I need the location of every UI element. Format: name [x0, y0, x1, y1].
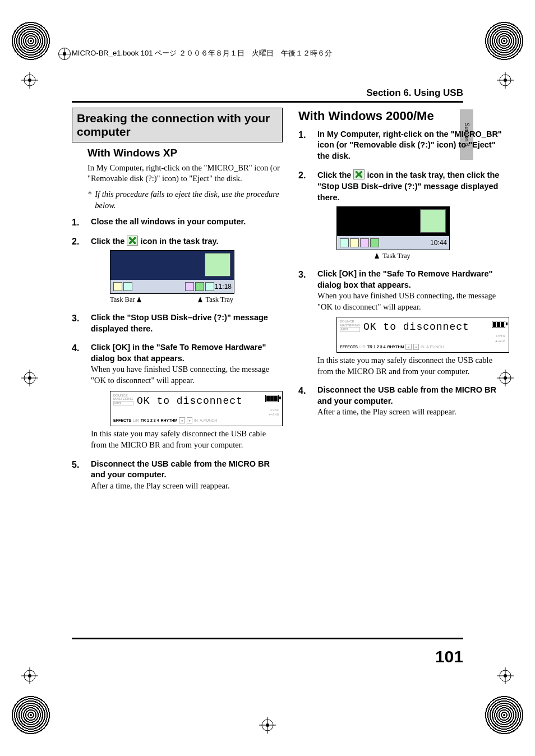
tray-icon — [350, 238, 359, 247]
tray-icon — [113, 282, 122, 291]
figure-label: Task Tray — [375, 251, 410, 261]
registration-mark-icon — [21, 72, 38, 89]
step-5: Disconnect the USB cable from the MICRO … — [72, 459, 283, 492]
step-4-after: In this state you may safely disconnect … — [91, 428, 283, 450]
step-3: Click [OK] in the "Safe To Remove Hardwa… — [298, 269, 509, 377]
svg-point-27 — [266, 723, 269, 727]
lcd-side-labels: BOUNCE MASTERING MP3 — [340, 320, 360, 332]
step-4-bold: Click [OK] in the "Safe To Remove Hardwa… — [91, 343, 266, 363]
left-column: Breaking the connection with your comput… — [72, 108, 283, 499]
lcd-message: OK to disconnect — [112, 393, 280, 408]
step-3-body: When you have finished USB connecting, t… — [317, 291, 496, 311]
taskbar-strip: 10:44 — [337, 236, 449, 250]
note-text: * If this procedure fails to eject the d… — [87, 189, 283, 211]
step-4-body: When you have finished USB connecting, t… — [91, 365, 269, 385]
arrow-up-icon — [198, 297, 202, 302]
right-column: With Windows 2000/Me In My Computer, rig… — [298, 108, 509, 499]
taskbar-strip: 11:18 — [110, 280, 234, 293]
registration-mark-icon — [497, 667, 514, 684]
registration-mark-icon — [259, 717, 276, 734]
section-rule — [72, 101, 463, 103]
lcd-message: OK to disconnect — [339, 319, 507, 334]
svg-point-3 — [28, 79, 31, 82]
enlarged-tray-icon — [420, 209, 446, 233]
heading-windows-2000-me: With Windows 2000/Me — [298, 108, 509, 125]
tray-icon — [123, 282, 132, 291]
battery-icon — [492, 321, 505, 328]
tray-clock: 10:44 — [430, 238, 447, 247]
step-3-after: In this state you may safely disconnect … — [317, 355, 509, 377]
step-4: Click [OK] in the "Safe To Remove Hardwa… — [72, 342, 283, 450]
figure-label-right: Task Tray — [198, 295, 233, 305]
svg-point-7 — [504, 79, 507, 82]
step-5-body: After a time, the Play screen will reapp… — [91, 481, 230, 490]
print-spiral-icon — [485, 695, 524, 735]
step-4-body: After a time, the Play screen will reapp… — [317, 407, 456, 416]
step-1-text: In My Computer, right-click on the "MICR… — [317, 130, 502, 160]
print-spiral-icon — [485, 21, 524, 61]
lcd-bottom-row: EFFECTS L/R TR 1 2 3 4 RHYTHM ●● IN A.PU… — [339, 343, 507, 351]
lcd-ab-label: OVER◂=A=B — [339, 334, 507, 343]
step-2-text-a: Click the — [91, 237, 127, 246]
note-asterisk: * — [87, 189, 91, 211]
step-3-text: Click the "Stop USB Disk–drive (?:)" mes… — [91, 313, 268, 333]
step-1: In My Computer, right-click on the "MICR… — [298, 129, 509, 162]
enlarged-tray-icon — [205, 253, 230, 276]
tray-icon — [370, 238, 379, 247]
tray-clock: 11:18 — [215, 282, 232, 291]
tray-icon — [195, 282, 204, 291]
registration-mark-icon — [21, 667, 38, 684]
step-2-text-b: icon in the task tray. — [141, 237, 219, 246]
note-body: If this procedure fails to eject the dis… — [95, 189, 283, 211]
document-header-strip: MICRO-BR_e1.book 101 ページ ２００６年８月１日 火曜日 午… — [72, 48, 463, 59]
safely-remove-hardware-icon — [353, 169, 365, 179]
step-3-bold: Click [OK] in the "Safe To Remove Hardwa… — [317, 269, 492, 289]
step-4-bold: Disconnect the USB cable from the MICRO … — [317, 385, 496, 405]
print-spiral-icon — [11, 21, 50, 61]
lcd-side-labels: BOUNCE MASTERING MP3 — [113, 394, 133, 406]
tasktray-figure: 10:44 — [336, 206, 450, 250]
lcd-ab-label: OVER◂=A=B — [112, 408, 280, 417]
heading-windows-xp: With Windows XP — [87, 146, 283, 160]
lcd-figure: BOUNCE MASTERING MP3 OK to disconnect OV… — [336, 317, 509, 353]
registration-mark-icon — [21, 370, 38, 386]
step-1: Close the all windows in your computer. — [72, 216, 283, 228]
section-header: Section 6. Using USB — [366, 87, 463, 99]
taskbar-figure: 11:18 — [110, 250, 234, 294]
tray-icon — [205, 282, 214, 291]
svg-point-11 — [28, 674, 31, 677]
step-4: Disconnect the USB cable from the MICRO … — [298, 385, 509, 418]
page-number: 101 — [435, 647, 463, 666]
print-spiral-icon — [11, 695, 50, 735]
step-2: Click the icon in the task tray, then cl… — [298, 169, 509, 261]
lcd-figure: BOUNCE MASTERING MP3 OK to disconnect OV… — [110, 391, 283, 427]
lcd-bottom-row: EFFECTS L/R TR 1 2 3 4 RHYTHM ●● IN A.PU… — [112, 417, 280, 424]
tray-icon — [340, 238, 349, 247]
intro-text: In My Computer, right-click on the "MICR… — [87, 163, 283, 185]
heading-breaking-connection: Breaking the connection with your comput… — [72, 108, 283, 142]
svg-point-19 — [28, 376, 31, 380]
step-1-text: Close the all windows in your computer. — [91, 217, 246, 226]
tray-icon — [360, 238, 369, 247]
battery-icon — [265, 395, 279, 402]
step-3: Click the "Stop USB Disk–drive (?:)" mes… — [72, 312, 283, 334]
document-filename: MICRO-BR_e1.book 101 ページ ２００６年８月１日 火曜日 午… — [72, 49, 332, 57]
step-5-bold: Disconnect the USB cable from the MICRO … — [91, 459, 270, 480]
figure-label-left: Task Bar — [110, 295, 143, 305]
arrow-up-icon — [375, 253, 379, 259]
step-2-text-a: Click the — [317, 170, 353, 179]
safely-remove-hardware-icon — [127, 236, 138, 246]
svg-point-15 — [504, 674, 507, 677]
tray-icon — [185, 282, 194, 291]
registration-mark-icon — [497, 72, 514, 89]
arrow-up-icon — [137, 297, 141, 302]
footer-rule — [72, 638, 463, 639]
step-2: Click the icon in the task tray. — [72, 236, 283, 305]
